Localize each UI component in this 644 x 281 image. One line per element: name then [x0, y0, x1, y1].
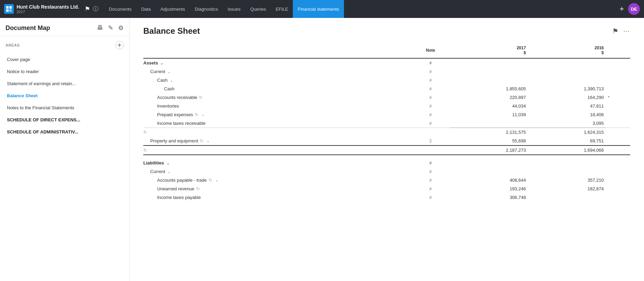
settings-icon[interactable]: ⚙ — [118, 24, 124, 32]
row-marker: * — [606, 93, 630, 102]
sidebar-item-direct[interactable]: SCHEDULE OF DIRECT EXPENS... — [0, 114, 129, 126]
row-marker — [606, 76, 630, 84]
refresh-icon[interactable]: ↻ — [199, 95, 203, 100]
row-note: 2 — [411, 137, 450, 145]
sidebar-item-notice[interactable]: Notice to reader — [0, 66, 129, 78]
refresh-icon[interactable]: ↻ — [143, 148, 147, 153]
row-label: Cash — [143, 84, 411, 93]
row-val-2017 — [450, 58, 528, 67]
caret-down-icon[interactable]: ⌄ — [170, 78, 173, 82]
nav-data[interactable]: Data — [136, 0, 155, 18]
nav-menu: Documents Data Adjustments Diagnostics I… — [104, 0, 619, 18]
nav-issues[interactable]: Issues — [223, 0, 246, 18]
row-note: # — [411, 76, 450, 84]
nav-queries[interactable]: Queries — [246, 0, 271, 18]
main-layout: Document Map 🖶 ✎ ⚙ AREAS + Cover page No… — [0, 18, 644, 281]
row-note: # — [411, 184, 450, 193]
row-marker — [606, 58, 630, 67]
sidebar-item-earnings[interactable]: Statement of earnings and retain... — [0, 78, 129, 90]
row-val-2016 — [528, 58, 606, 67]
table-row: Unearned revenue ↻ # 193,246 182,874 — [143, 184, 630, 193]
flag-button[interactable]: ⚑ — [612, 27, 618, 35]
nav-adjustments[interactable]: Adjustments — [155, 0, 190, 18]
caret-down-icon[interactable]: ⌄ — [160, 61, 163, 65]
row-label: Assets ⌄ — [143, 58, 411, 67]
balance-sheet-table: Note 2017 $ 2016 $ Assets — [143, 43, 630, 202]
user-avatar[interactable]: DE — [628, 3, 640, 15]
col-header-label — [143, 43, 411, 58]
table-row: Property and equipment ↻ ⌄ 2 55,698 69,7… — [143, 137, 630, 145]
row-val-2016: 47,811 — [528, 102, 606, 110]
row-label: Cash ⌄ — [143, 76, 411, 84]
row-val-2017: 55,698 — [450, 137, 528, 145]
row-label: Inventories — [143, 102, 411, 110]
sidebar-nav: Cover page Notice to reader Statement of… — [0, 52, 129, 139]
table-row: Current ⌄ # — [143, 167, 630, 176]
sidebar-item-cover[interactable]: Cover page — [0, 53, 129, 66]
info-icon[interactable]: ⓘ — [93, 6, 98, 13]
sidebar-item-admin[interactable]: SCHEDULE OF ADMINISTRATIV... — [0, 126, 129, 138]
table-row: Current ⌄ # — [143, 67, 630, 76]
row-val-2017: 306,748 — [450, 193, 528, 202]
more-button[interactable]: ⋯ — [623, 27, 630, 35]
sidebar-item-notes[interactable]: Notes to the Financial Statements — [0, 102, 129, 114]
add-button[interactable]: + — [619, 4, 624, 13]
row-label: Income taxes payable — [143, 193, 411, 202]
row-val-2017 — [450, 159, 528, 167]
caret-down-icon[interactable]: ⌄ — [167, 70, 171, 74]
row-note: # — [411, 176, 450, 184]
edit-icon[interactable]: ✎ — [108, 24, 113, 32]
nav-diagnostics[interactable]: Diagnostics — [190, 0, 223, 18]
row-note: # — [411, 167, 450, 176]
sidebar-title: Document Map — [6, 24, 50, 32]
svg-rect-1 — [9, 6, 12, 9]
row-val-2017: 2,131,575 — [450, 128, 528, 137]
table-row: Cash # 1,855,605 1,390,713 — [143, 84, 630, 93]
add-area-button[interactable]: + — [115, 41, 124, 49]
refresh-icon[interactable]: ↻ — [195, 112, 199, 117]
row-label: Accounts receivable ↻ — [143, 93, 411, 102]
year-label: 2017 — [17, 10, 79, 14]
flag-icon[interactable]: ⚑ — [85, 5, 90, 13]
row-note: # — [411, 93, 450, 102]
sidebar-item-balance[interactable]: Balance Sheet — [0, 90, 129, 102]
nav-documents[interactable]: Documents — [104, 0, 136, 18]
table-row: Liabilities ⌄ # — [143, 159, 630, 167]
refresh-icon[interactable]: ↻ — [200, 138, 204, 143]
row-marker — [606, 167, 630, 176]
logo-icon — [4, 4, 14, 14]
row-label: Current ⌄ — [143, 67, 411, 76]
row-val-2016 — [528, 193, 606, 202]
caret-down-icon[interactable]: ⌄ — [206, 139, 210, 143]
caret-down-icon[interactable]: ⌄ — [166, 161, 170, 165]
col-header-2016: 2016 $ — [528, 43, 606, 58]
row-val-2017: 193,246 — [450, 184, 528, 193]
row-val-2017 — [450, 67, 528, 76]
row-label: ↻ — [143, 145, 411, 155]
table-row: Accounts payable - trade ↻ ⌄ # 408,644 3… — [143, 176, 630, 184]
main-content: Balance Sheet ⚑ ⋯ Note 2017 $ 2016 $ — [129, 18, 644, 281]
row-label: ↻ — [143, 128, 411, 137]
nav-efile[interactable]: EFILE — [271, 0, 293, 18]
table-row: Income taxes payable # 306,748 — [143, 193, 630, 202]
table-row: Prepaid expenses ↻ ⌄ # 11,039 18,406 — [143, 110, 630, 119]
row-label: Income taxes receivable — [143, 119, 411, 128]
row-val-2016 — [528, 159, 606, 167]
caret-down-icon[interactable]: ⌄ — [201, 112, 204, 117]
topnav-right: + DE — [619, 3, 640, 15]
refresh-icon[interactable]: ↻ — [209, 178, 212, 183]
row-val-2017: 2,187,273 — [450, 145, 528, 155]
nav-financial-statements[interactable]: Financial statements — [293, 0, 344, 18]
row-label: Accounts payable - trade ↻ ⌄ — [143, 176, 411, 184]
sidebar-areas: AREAS + — [0, 36, 129, 52]
row-val-2017: 220,897 — [450, 93, 528, 102]
row-note: # — [411, 193, 450, 202]
refresh-icon[interactable]: ↻ — [196, 186, 200, 191]
row-val-2017: 44,034 — [450, 102, 528, 110]
row-val-2016: 3,095 — [528, 119, 606, 128]
caret-down-icon[interactable]: ⌄ — [167, 170, 171, 174]
print-icon[interactable]: 🖶 — [97, 24, 103, 32]
caret-down-icon[interactable]: ⌄ — [215, 178, 218, 182]
refresh-icon[interactable]: ↻ — [143, 130, 147, 135]
page-title: Balance Sheet — [143, 26, 200, 36]
